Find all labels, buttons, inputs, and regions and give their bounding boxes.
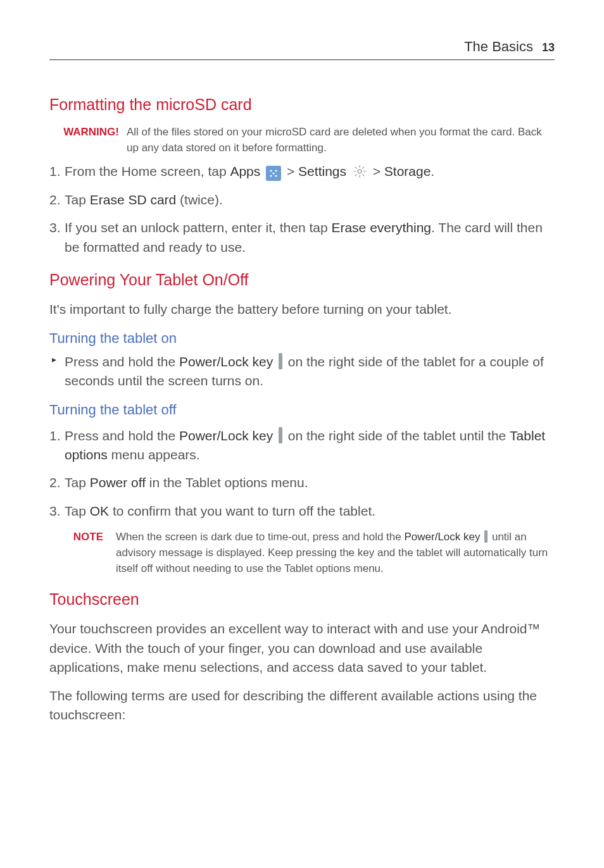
heading-turn-on: Turning the tablet on [49, 328, 555, 349]
svg-point-1 [275, 170, 277, 172]
power-key-icon [279, 353, 282, 369]
svg-point-5 [358, 170, 362, 173]
page-number: 13 [542, 39, 555, 56]
format-step-3: If you set an unlock pattern, enter it, … [49, 218, 555, 257]
text: Press and hold the [65, 354, 179, 369]
text: . [431, 164, 434, 178]
erase-everything-label: Erase everything [331, 220, 431, 235]
text: > [287, 164, 298, 178]
text: Tap [65, 475, 90, 490]
storage-label: Storage [384, 164, 431, 178]
power-key-icon [279, 427, 282, 443]
power-lock-key-label: Power/Lock key [179, 428, 273, 443]
text: From the Home screen, tap [65, 164, 230, 178]
svg-line-11 [363, 175, 364, 176]
warning-callout: WARNING! All of the files stored on your… [62, 125, 555, 156]
svg-point-3 [273, 173, 275, 175]
power-key-icon [484, 530, 488, 543]
settings-icon [352, 164, 367, 179]
text: Tap [65, 504, 90, 518]
page-header: The Basics 13 [49, 37, 555, 60]
touchscreen-p1: Your touchscreen provides an excellent w… [49, 619, 555, 677]
apps-icon [266, 166, 281, 181]
heading-powering: Powering Your Tablet On/Off [49, 268, 555, 291]
formatting-steps: From the Home screen, tap Apps > Setting… [49, 162, 555, 257]
svg-point-2 [270, 175, 272, 177]
power-off-label: Power off [90, 475, 146, 490]
text: If you set an unlock pattern, enter it, … [65, 220, 331, 235]
note-callout: NOTE When the screen is dark due to time… [65, 530, 555, 576]
format-step-2: Tap Erase SD card (twice). [49, 190, 555, 209]
format-step-1: From the Home screen, tap Apps > Setting… [49, 162, 555, 181]
text: When the screen is dark due to time-out,… [116, 531, 404, 543]
heading-touchscreen: Touchscreen [49, 588, 555, 611]
text: > [373, 164, 384, 178]
turn-off-steps: Press and hold the Power/Lock key on the… [49, 426, 555, 521]
turn-on-step: Press and hold the Power/Lock key on the… [49, 352, 555, 391]
text: Tap [65, 192, 90, 207]
warning-text: All of the files stored on your microSD … [127, 125, 555, 156]
off-step-2: Tap Power off in the Tablet options menu… [49, 473, 555, 492]
text: (twice). [176, 192, 223, 207]
off-step-3: Tap OK to confirm that you want to turn … [49, 502, 555, 521]
warning-label: WARNING! [62, 125, 119, 156]
svg-line-13 [363, 168, 364, 169]
text: Press and hold the [65, 428, 179, 443]
note-body: When the screen is dark due to time-out,… [116, 530, 555, 576]
power-lock-key-label: Power/Lock key [404, 531, 480, 543]
note-label: NOTE [65, 530, 103, 576]
settings-label: Settings [298, 164, 346, 178]
touchscreen-p2: The following terms are used for describ… [49, 686, 555, 725]
svg-line-12 [355, 175, 356, 176]
erase-sd-label: Erase SD card [90, 192, 177, 207]
ok-label: OK [90, 504, 109, 518]
text: to confirm that you want to turn off the… [109, 504, 375, 518]
svg-point-4 [275, 175, 277, 177]
svg-point-0 [270, 170, 272, 172]
section-title: The Basics [464, 37, 533, 57]
svg-line-10 [355, 168, 356, 169]
off-step-1: Press and hold the Power/Lock key on the… [49, 426, 555, 465]
heading-formatting: Formatting the microSD card [49, 93, 555, 116]
text: menu appears. [108, 447, 200, 462]
heading-turn-off: Turning the tablet off [49, 400, 555, 420]
power-intro: It's important to fully charge the batte… [49, 300, 555, 319]
text: on the right side of the tablet until th… [284, 428, 510, 443]
power-lock-key-label: Power/Lock key [179, 354, 273, 369]
text: in the Tablet options menu. [146, 475, 308, 490]
apps-label: Apps [230, 164, 260, 178]
